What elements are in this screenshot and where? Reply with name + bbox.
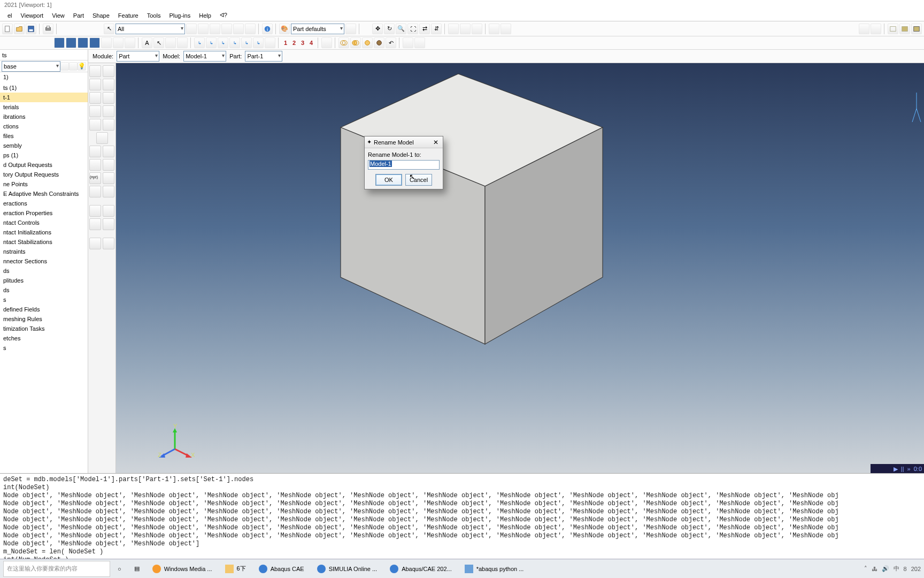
menu-part[interactable]: Part — [70, 11, 87, 20]
stitch-icon[interactable] — [89, 218, 101, 230]
task-abaqus-2[interactable]: Abaqus/CAE 202... — [384, 561, 457, 577]
task-wmp[interactable]: Windows Media ... — [147, 561, 218, 577]
delete-view-icon[interactable] — [113, 37, 124, 48]
zoom-in-out-icon[interactable]: ⇵ — [431, 24, 442, 34]
create-solid-icon[interactable] — [89, 79, 101, 90]
pers3-icon[interactable] — [472, 24, 482, 34]
create-cut-icon[interactable] — [103, 92, 114, 104]
tree-item[interactable]: files — [0, 131, 88, 141]
undo-dg-icon[interactable] — [233, 24, 244, 34]
dialog-titlebar[interactable]: ✦ Rename Model ✕ — [365, 136, 443, 148]
menu-model[interactable]: el — [4, 11, 16, 20]
tree-item[interactable]: etches — [0, 333, 88, 343]
tree-item[interactable]: timization Tasks — [0, 324, 88, 333]
task-abaqus-cae[interactable]: Abaqus CAE — [253, 561, 310, 577]
cycle-views-icon[interactable]: ⇄ — [419, 24, 430, 34]
csys-xy-icon[interactable]: ↳ — [194, 37, 205, 48]
view4-icon[interactable] — [89, 37, 100, 48]
view2-icon[interactable] — [66, 37, 76, 48]
remove-icon[interactable] — [210, 24, 220, 34]
tree-filter-combo[interactable]: base — [2, 61, 60, 72]
create-round-icon[interactable] — [89, 105, 101, 117]
tree-item[interactable]: ps (1) — [0, 150, 88, 160]
tree-item[interactable]: eraction Properties — [0, 208, 88, 218]
pattern-icon[interactable] — [103, 119, 114, 131]
new-file-icon[interactable] — [2, 24, 13, 34]
cortana-icon[interactable]: ○ — [112, 561, 127, 577]
partition-icon[interactable] — [96, 132, 108, 144]
python-console[interactable]: deSet = mdb.models['Model-1'].parts['Par… — [0, 473, 924, 559]
options-icon[interactable] — [165, 37, 176, 48]
csys-zx-icon[interactable]: ↳ — [241, 37, 252, 48]
datum-csys-icon[interactable] — [103, 159, 114, 171]
pers2-icon[interactable] — [460, 24, 471, 34]
view-num-1[interactable]: 1 — [282, 38, 289, 48]
view3-icon[interactable] — [78, 37, 88, 48]
remove-face-icon[interactable] — [89, 186, 101, 197]
attachment-icon[interactable] — [103, 238, 114, 249]
zoom-box-icon[interactable]: 🔍 — [396, 24, 406, 34]
menu-shape[interactable]: Shape — [89, 11, 113, 20]
tree-item[interactable]: plitudes — [0, 276, 88, 285]
menu-viewport[interactable]: Viewport — [18, 11, 47, 20]
model-combo[interactable]: Model-1 — [183, 51, 226, 62]
tree-item[interactable]: t-1 — [0, 93, 88, 102]
redo-dg-icon[interactable] — [245, 24, 256, 34]
datum-plane-icon[interactable] — [89, 159, 101, 171]
csys-zy-icon[interactable]: ↳ — [253, 37, 264, 48]
system-tray[interactable]: ˄ 🖧 🔊 中 8 202 — [864, 565, 921, 573]
ok-button[interactable]: OK — [375, 174, 402, 186]
tree-item[interactable]: s — [0, 295, 88, 305]
tree-item[interactable]: ds — [0, 285, 88, 295]
next-icon[interactable]: » — [907, 466, 911, 472]
task-python-script[interactable]: *abaqus python ... — [459, 561, 529, 577]
tray-ime-icon[interactable]: 中 — [894, 565, 899, 573]
view-num-4[interactable]: 4 — [307, 38, 315, 48]
tree-item[interactable]: nnector Sections — [0, 256, 88, 266]
display-group-combo[interactable]: All — [116, 24, 185, 34]
hidden-icon[interactable] — [871, 24, 881, 34]
menu-tools[interactable]: Tools — [144, 11, 164, 20]
tree-item[interactable]: ntact Stabilizations — [0, 237, 88, 247]
query-icon[interactable] — [125, 37, 135, 48]
tree-item[interactable]: eractions — [0, 199, 88, 208]
mirror-icon[interactable] — [89, 119, 101, 131]
pers1-icon[interactable] — [448, 24, 459, 34]
part-combo[interactable]: Part-1 — [245, 51, 282, 62]
annotation-icon[interactable]: A — [142, 37, 152, 48]
tray-net-icon[interactable]: 🖧 — [872, 566, 877, 572]
save-icon[interactable] — [26, 24, 36, 34]
csys-xz-icon[interactable]: ↳ — [206, 37, 217, 48]
layout2-icon[interactable] — [500, 24, 511, 34]
taskview-icon[interactable]: ▤ — [129, 561, 145, 577]
tray-vol-icon[interactable]: 🔊 — [882, 565, 889, 572]
offset-icon[interactable] — [103, 172, 114, 184]
color-scheme-combo[interactable]: Part defaults — [291, 24, 344, 34]
viewport[interactable]: Y X Z ▶ || » 0:0 ✦ Rename — [116, 63, 924, 473]
repair-icon[interactable] — [103, 186, 114, 197]
create-chamfer-icon[interactable] — [103, 105, 114, 117]
select-arrow-icon[interactable]: ↖ — [153, 37, 164, 48]
rename-input[interactable]: Model-1 — [368, 160, 440, 170]
part-manager-icon[interactable] — [103, 65, 114, 77]
tree-item[interactable]: sembly — [0, 141, 88, 150]
play-icon[interactable]: ▶ — [894, 466, 898, 473]
shaded-edges-icon[interactable] — [911, 24, 922, 34]
bool1-icon[interactable] — [338, 37, 349, 48]
csys-iso-icon[interactable] — [265, 37, 275, 48]
xyz-coord-icon[interactable]: (xyz) — [89, 172, 101, 184]
view-num-2[interactable]: 2 — [290, 38, 298, 48]
color-scheme-icon[interactable]: 🎨 — [279, 24, 290, 34]
tree-expand-icon[interactable] — [60, 62, 69, 71]
tree-item[interactable]: ntact Initializations — [0, 227, 88, 237]
pause-icon[interactable]: || — [901, 466, 904, 472]
options2-icon[interactable] — [177, 37, 188, 48]
menu-plugins[interactable]: Plug-ins — [166, 11, 194, 20]
close-icon[interactable]: ✕ — [431, 138, 441, 147]
bool4-icon[interactable] — [374, 37, 384, 48]
bool2-icon[interactable] — [350, 37, 361, 48]
datum-point-icon[interactable] — [89, 146, 101, 157]
geom-edit-icon[interactable] — [89, 205, 101, 217]
tree-item[interactable]: d Output Requests — [0, 160, 88, 170]
task-folder[interactable]: 6下 — [220, 561, 251, 577]
